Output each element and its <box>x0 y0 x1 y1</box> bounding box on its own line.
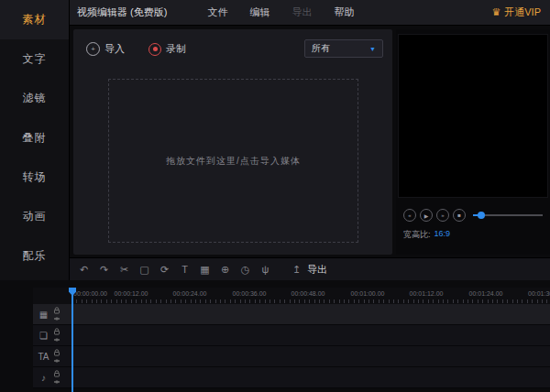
media-filter-dropdown[interactable]: 所有 ▼ <box>304 39 383 58</box>
chevron-down-icon: ▼ <box>369 46 376 52</box>
hide-icon[interactable] <box>53 315 60 322</box>
text-track-icon: TA <box>37 352 50 362</box>
ruler-tick: 00:01:00.00 <box>351 290 385 297</box>
play-button[interactable]: ▶ <box>420 209 433 222</box>
menu-help[interactable]: 帮助 <box>323 5 365 19</box>
media-dropzone[interactable]: 拖放文件到这里/点击导入媒体 <box>108 79 358 243</box>
pip-track-header: ❏ <box>33 325 72 346</box>
pip-track-lane[interactable] <box>33 325 550 346</box>
timeline-ruler[interactable]: 00:00:00.00 00:00:12.00 00:00:24.00 00:0… <box>33 288 550 304</box>
import-icon: + <box>86 42 100 56</box>
text-track-lane[interactable] <box>33 346 550 367</box>
pip-track-icon: ❏ <box>37 331 50 341</box>
ruler-tick: 00:01:24.00 <box>469 290 503 297</box>
vip-label: 开通VIP <box>504 5 541 19</box>
sidebar: 素材 文字 滤镜 叠附 转场 动画 配乐 <box>0 0 70 280</box>
duration-icon[interactable]: ◷ <box>238 264 252 276</box>
sidebar-item-transition[interactable]: 转场 <box>0 158 69 197</box>
video-viewport <box>398 34 548 198</box>
hide-icon[interactable] <box>53 378 60 386</box>
lock-icon[interactable] <box>53 349 60 356</box>
sidebar-item-filter[interactable]: 滤镜 <box>0 79 69 118</box>
rotate-icon[interactable]: ⟳ <box>158 264 171 276</box>
skip-end-button[interactable]: » <box>436 209 449 222</box>
title-bar: 视频编辑器 (免费版) 文件 编辑 导出 帮助 ♛ 开通VIP <box>70 0 550 26</box>
sidebar-item-media[interactable]: 素材 <box>0 0 69 39</box>
preview-panel: « ▶ » ■ 宽高比: 16:9 <box>396 29 550 255</box>
menu-bar: 文件 编辑 导出 帮助 <box>196 5 365 19</box>
skip-start-button[interactable]: « <box>403 209 416 222</box>
mosaic-icon[interactable]: ▦ <box>198 264 212 276</box>
ruler-tick: 00:00:12.00 <box>115 290 148 297</box>
lock-icon[interactable] <box>53 370 60 377</box>
music-track-header: ♪ <box>33 367 72 388</box>
dropzone-hint: 拖放文件到这里/点击导入媒体 <box>166 155 301 168</box>
progress-handle[interactable] <box>478 212 485 219</box>
vip-button[interactable]: ♛ 开通VIP <box>491 5 541 19</box>
import-label: 导入 <box>104 42 125 56</box>
text-tool-icon[interactable]: T <box>178 264 192 275</box>
export-icon: ↥ <box>290 264 303 276</box>
app-window: 视频编辑器 (免费版) 文件 编辑 导出 帮助 ♛ 开通VIP 素材 文字 滤镜… <box>0 0 550 392</box>
timeline-tracks <box>33 304 550 388</box>
crown-icon: ♛ <box>491 6 500 18</box>
track-headers: ▦ ❏ TA ♪ <box>33 304 72 388</box>
video-track-lane[interactable] <box>33 304 550 325</box>
split-icon[interactable]: ✂ <box>117 264 131 276</box>
menu-edit[interactable]: 编辑 <box>238 5 280 19</box>
record-button[interactable]: 录制 <box>148 42 186 56</box>
media-filter-value: 所有 <box>312 42 330 55</box>
timeline: 00:00:00.00 00:00:12.00 00:00:24.00 00:0… <box>0 280 550 392</box>
aspect-value[interactable]: 16:9 <box>434 229 451 241</box>
menu-file[interactable]: 文件 <box>196 5 238 19</box>
hide-icon[interactable] <box>53 357 60 365</box>
preview-progress-slider[interactable] <box>473 214 543 216</box>
import-button[interactable]: + 导入 <box>86 42 125 56</box>
export-button[interactable]: ↥ 导出 <box>290 263 327 277</box>
zoom-icon[interactable]: ⊕ <box>218 264 232 276</box>
lock-icon[interactable] <box>53 307 60 314</box>
aspect-label: 宽高比: <box>403 229 431 241</box>
music-track-icon: ♪ <box>37 373 50 383</box>
export-label: 导出 <box>307 263 327 277</box>
ruler-tick: 00:00:00.00 <box>73 290 107 297</box>
music-track-lane[interactable] <box>33 367 550 388</box>
sidebar-item-text[interactable]: 文字 <box>0 39 69 79</box>
microphone-icon[interactable]: ψ <box>258 264 272 275</box>
edit-toolbar: ↶ ↷ ✂ ▢ ⟳ T ▦ ⊕ ◷ ψ ↥ 导出 <box>70 257 550 280</box>
video-track-header: ▦ <box>33 304 72 325</box>
sidebar-item-overlay[interactable]: 叠附 <box>0 118 69 158</box>
ruler-tick: 00:00:48.00 <box>292 290 325 297</box>
record-label: 录制 <box>166 42 186 56</box>
sidebar-item-music[interactable]: 配乐 <box>0 236 69 276</box>
media-library-panel: + 导入 录制 所有 ▼ 拖放文件到这里/点击导入媒体 <box>73 29 392 255</box>
video-track-icon: ▦ <box>37 310 50 320</box>
sidebar-item-animation[interactable]: 动画 <box>0 197 69 236</box>
undo-icon[interactable]: ↶ <box>77 264 91 276</box>
playhead[interactable] <box>72 288 73 392</box>
app-title: 视频编辑器 (免费版) <box>77 5 167 19</box>
hide-icon[interactable] <box>53 336 60 343</box>
menu-export: 导出 <box>280 5 323 19</box>
ruler-tick: 00:01:12.00 <box>410 290 444 297</box>
text-track-header: TA <box>33 346 72 367</box>
record-icon <box>148 43 161 56</box>
ruler-tick: 00:00:36.00 <box>233 290 267 297</box>
redo-icon[interactable]: ↷ <box>97 264 111 276</box>
ruler-tick: 00:01:36 <box>528 290 550 297</box>
stop-button[interactable]: ■ <box>453 209 466 222</box>
crop-icon[interactable]: ▢ <box>138 264 151 276</box>
aspect-ratio: 宽高比: 16:9 <box>403 229 450 241</box>
ruler-tick: 00:00:24.00 <box>173 290 207 297</box>
lock-icon[interactable] <box>53 328 60 335</box>
